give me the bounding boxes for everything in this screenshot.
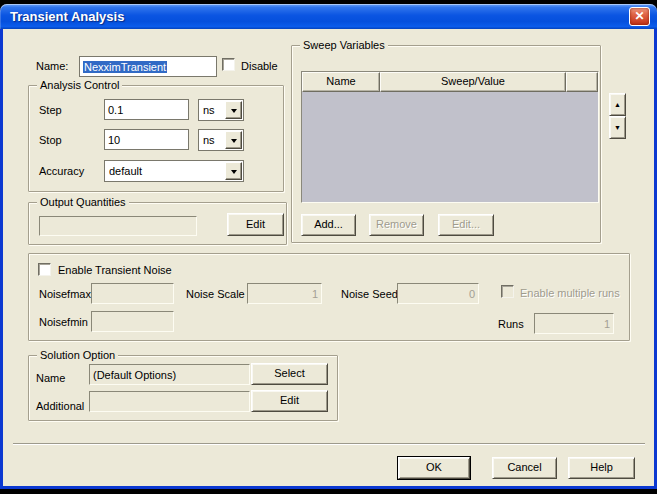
close-icon: ✕ — [634, 9, 644, 23]
step-unit-value: ns — [203, 103, 215, 117]
solution-edit-button[interactable]: Edit — [251, 390, 328, 412]
analysis-control-title: Analysis Control — [37, 79, 122, 92]
accuracy-value: default — [109, 164, 142, 178]
solution-name-field: (Default Options) — [89, 364, 250, 385]
noisefmax-label: Noisefmax — [39, 288, 91, 301]
analysis-control-group: Analysis Control Step 0.1 ns Stop 10 ns … — [28, 85, 284, 192]
move-down-button[interactable]: ▼ — [609, 116, 626, 139]
enable-transient-noise-label: Enable Transient Noise — [58, 264, 172, 277]
dropdown-arrow-icon — [231, 170, 237, 177]
runs-input: 1 — [534, 313, 614, 334]
output-quantities-group: Output Quantities Edit — [28, 202, 287, 245]
close-button[interactable]: ✕ — [629, 7, 650, 26]
noisefmax-input — [91, 283, 174, 304]
stop-label: Stop — [39, 134, 62, 147]
dropdown-arrow-icon — [231, 109, 237, 116]
down-arrow-icon: ▼ — [614, 124, 621, 131]
noisefmin-input — [91, 311, 174, 332]
solution-option-group: Solution Option Name (Default Options) S… — [28, 355, 338, 421]
accuracy-dropdown-button[interactable] — [225, 162, 242, 180]
stop-input[interactable]: 10 — [104, 129, 189, 150]
sweep-variables-title: Sweep Variables — [300, 39, 388, 52]
help-button[interactable]: Help — [568, 457, 635, 479]
enable-transient-noise-checkbox[interactable] — [38, 263, 51, 276]
enable-multiple-runs-label: Enable multiple runs — [520, 287, 620, 300]
solution-option-title: Solution Option — [37, 349, 118, 362]
transient-noise-group: Enable Transient Noise Noisefmax Noise S… — [28, 253, 630, 341]
move-up-button[interactable]: ▲ — [609, 93, 626, 116]
noise-scale-input: 1 — [247, 283, 322, 304]
accuracy-select[interactable]: default — [104, 160, 244, 182]
sweep-add-button[interactable]: Add... — [301, 214, 356, 236]
transient-analysis-dialog: Transient Analysis ✕ Name: NexximTransie… — [0, 4, 657, 489]
up-arrow-icon: ▲ — [614, 101, 621, 108]
ok-button[interactable]: OK — [398, 457, 470, 479]
additional-label: Additional — [36, 400, 84, 413]
step-unit-select[interactable]: ns — [198, 99, 244, 121]
sweep-edit-button: Edit... — [438, 214, 494, 236]
output-quantities-field — [39, 216, 197, 236]
solution-name-label: Name — [36, 372, 65, 385]
step-unit-dropdown-button[interactable] — [225, 101, 242, 119]
column-header-sweep-value: Sweep/Value — [380, 72, 566, 92]
sweep-variables-table: Name Sweep/Value — [301, 71, 599, 203]
stop-unit-value: ns — [203, 133, 215, 147]
accuracy-label: Accuracy — [39, 165, 84, 178]
sweep-variables-list[interactable] — [302, 92, 598, 202]
disable-label: Disable — [241, 60, 278, 73]
name-label: Name: — [36, 60, 68, 73]
output-quantities-edit-button[interactable]: Edit — [227, 213, 284, 236]
noise-scale-label: Noise Scale — [186, 288, 245, 301]
sweep-variables-table-header: Name Sweep/Value — [302, 72, 598, 92]
dialog-body: Name: NexximTransient Disable Analysis C… — [0, 29, 657, 489]
runs-label: Runs — [498, 318, 524, 331]
output-quantities-title: Output Quantities — [37, 196, 129, 209]
footer-separator — [13, 443, 645, 445]
dropdown-arrow-icon — [231, 139, 237, 146]
noisefmin-label: Noisefmin — [39, 316, 88, 329]
additional-field — [89, 391, 250, 412]
solution-select-button[interactable]: Select — [251, 363, 328, 385]
step-input[interactable]: 0.1 — [104, 99, 189, 120]
noise-seed-input: 0 — [397, 283, 479, 304]
name-input[interactable]: NexximTransient — [79, 56, 217, 77]
stop-unit-dropdown-button[interactable] — [225, 131, 242, 149]
enable-multiple-runs-checkbox — [501, 285, 514, 298]
sweep-variables-group: Sweep Variables Name Sweep/Value Add... … — [291, 45, 601, 243]
step-label: Step — [39, 104, 62, 117]
column-header-name: Name — [302, 72, 380, 92]
column-header-blank — [566, 72, 598, 92]
dialog-title: Transient Analysis — [10, 9, 124, 24]
noise-seed-label: Noise Seed — [341, 288, 398, 301]
disable-checkbox[interactable] — [222, 58, 235, 71]
cancel-button[interactable]: Cancel — [492, 457, 557, 479]
stop-unit-select[interactable]: ns — [198, 129, 244, 151]
name-value-selected: NexximTransient — [83, 61, 167, 73]
title-bar[interactable]: Transient Analysis ✕ — [0, 4, 657, 29]
sweep-remove-button: Remove — [369, 214, 424, 236]
